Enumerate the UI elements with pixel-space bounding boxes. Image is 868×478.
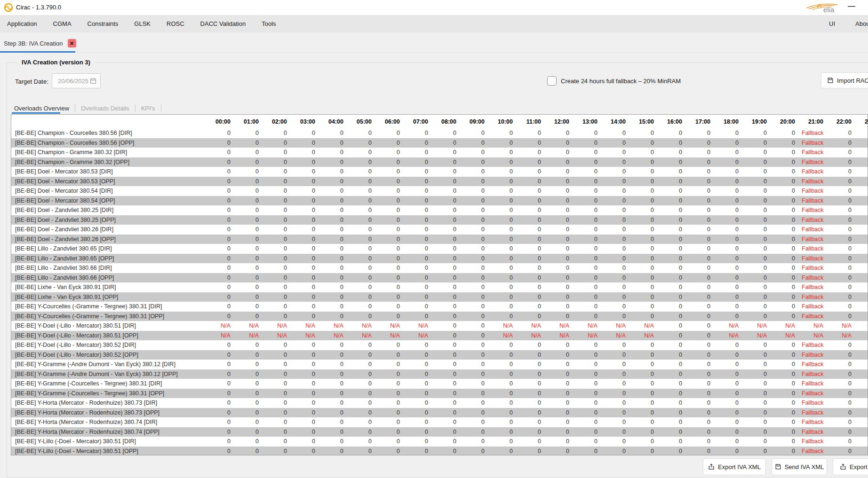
table-row[interactable]: [BE-BE] Y-Doel (-Lillo - Mercator) 380.5…: [11, 340, 868, 350]
table-row[interactable]: [BE-BE] Lillo - Zandvliet 380.66 [DIR]00…: [11, 263, 868, 273]
cell-value: 0: [604, 350, 632, 360]
row-label: [BE-BE] Doel - Mercator 380.53 [OPP]: [11, 177, 209, 187]
cell-value: 0: [237, 235, 265, 244]
table-row[interactable]: [BE-BE] Doel - Mercator 380.53 [DIR]0000…: [11, 167, 868, 177]
cell-value: 0: [237, 138, 265, 148]
minimize-button[interactable]: —: [844, 0, 860, 14]
subtab-overloads-overview[interactable]: Overloads Overview: [13, 105, 75, 112]
import-rao-button[interactable]: Import RAO: [821, 72, 868, 88]
table-row[interactable]: [BE-BE] Champion - Gramme 380.32 [DIR]00…: [11, 148, 868, 157]
table-row[interactable]: [BE-BE] Doel - Zandvliet 380.26 [OPP]000…: [11, 235, 868, 244]
cirac-application-window: { "window": { "title": "Cirac - 1.3.790.…: [0, 0, 868, 478]
cell-value: 0: [406, 398, 435, 408]
export-iva-xml-button[interactable]: Export IVA XML: [703, 458, 766, 475]
table-row[interactable]: [BE-BE] Y-Gramme (-Courcelles - Tergnee)…: [11, 389, 868, 399]
cell-value: 0: [209, 148, 237, 157]
cell-value: 0: [632, 157, 661, 167]
table-row[interactable]: [BE-BE] Y-Courcelles (-Gramme - Tergnee)…: [11, 302, 868, 312]
cell-value: 0: [491, 340, 519, 350]
cell-value: N/A: [632, 331, 661, 341]
row-label: [BE-BE] Doel - Mercator 380.53 [DIR]: [11, 167, 209, 177]
cell-value: 0: [604, 138, 632, 148]
row-label: [BE-BE] Lixhe - Van Eyck 380.91 [OPP]: [11, 292, 209, 302]
target-date-input[interactable]: 20/06/2025: [52, 73, 101, 88]
table-row[interactable]: [BE-BE] Y-Horta (Mercator - Rodenhuize) …: [11, 417, 868, 427]
table-row[interactable]: [BE-BE] Doel - Mercator 380.53 [OPP]0000…: [11, 177, 868, 187]
cell-value: 0: [463, 427, 491, 437]
cell-value: 0: [209, 128, 237, 138]
table-row[interactable]: [BE-BE] Y-Gramme (-Andre Dumont - Van Ey…: [11, 360, 868, 369]
cell-value: 0: [435, 340, 463, 350]
table-row[interactable]: [BE-BE] Doel - Zandvliet 380.25 [DIR]000…: [11, 205, 868, 215]
cell-value: 0: [548, 398, 576, 408]
table-row[interactable]: [BE-BE] Doel - Mercator 380.54 [DIR]0000…: [11, 186, 868, 196]
cell-value: Fallback: [802, 369, 830, 379]
cell-value: 0: [322, 215, 350, 225]
overloads-overview-grid[interactable]: 00:0001:0002:0003:0004:0005:0006:0007:00…: [11, 114, 868, 455]
cell-value: 0: [265, 350, 294, 360]
cell-value: 0: [378, 292, 406, 302]
table-row[interactable]: [BE-BE] Lillo - Zandvliet 380.66 [OPP]00…: [11, 273, 868, 283]
export-to-button[interactable]: Export To: [833, 458, 868, 475]
table-row[interactable]: [BE-BE] Champion - Courcelles 380.56 [OP…: [11, 138, 868, 148]
table-row[interactable]: [BE-BE] Y-Courcelles (-Gramme - Tergnee)…: [11, 312, 868, 321]
cell-value: N/A: [406, 321, 435, 331]
table-row[interactable]: [BE-BE] Lixhe - Van Eyck 380.91 [OPP]000…: [11, 292, 868, 302]
table-row[interactable]: [BE-BE] Champion - Courcelles 380.56 [DI…: [11, 128, 868, 138]
menu-cgma[interactable]: CGMA: [45, 15, 80, 32]
cell-value: 0: [773, 340, 802, 350]
cell-value: Fallback: [802, 235, 830, 244]
cell-value: 0: [773, 360, 802, 369]
table-row[interactable]: [BE-BE] Y-Gramme (-Andre Dumont - Van Ey…: [11, 369, 868, 379]
cell-value: 0: [632, 398, 661, 408]
table-row[interactable]: [BE-BE] Y-Doel (-Lillo - Mercator) 380.5…: [11, 350, 868, 360]
table-row[interactable]: [BE-BE] Lixhe - Van Eyck 380.91 [DIR]000…: [11, 282, 868, 292]
menu-glsk[interactable]: GLSK: [126, 15, 159, 32]
tab-close-icon[interactable]: ✕: [68, 39, 76, 47]
tab-step3b-iva-creation[interactable]: Step 3B: IVA Creation ✕: [0, 35, 76, 51]
table-row[interactable]: [BE-BE] Lillo - Zandvliet 380.65 [OPP]00…: [11, 254, 868, 264]
calendar-icon[interactable]: [90, 78, 96, 84]
cell-value: 0: [209, 360, 237, 369]
cell-value: 0: [830, 282, 858, 292]
cell-value: N/A: [322, 321, 350, 331]
table-row[interactable]: [BE-BE] Doel - Zandvliet 380.25 [OPP]000…: [11, 215, 868, 225]
menu-application[interactable]: Application: [7, 15, 45, 32]
table-row[interactable]: [BE-BE] Y-Horta (Mercator - Rodenhuize) …: [11, 427, 868, 437]
cell-value: 0: [576, 302, 604, 312]
table-row[interactable]: [BE-BE] Y-Lillo (-Doel - Mercator) 380.5…: [11, 437, 868, 447]
menu-dacc-validation[interactable]: DACC Validation: [192, 15, 254, 32]
cell-value: 0: [237, 254, 265, 264]
menu-about[interactable]: About: [855, 15, 868, 32]
cell-value: 0: [322, 417, 350, 427]
table-row[interactable]: [BE-BE] Doel - Zandvliet 380.26 [DIR]000…: [11, 225, 868, 235]
cell-value: 0: [717, 379, 745, 389]
subtab-overloads-details[interactable]: Overloads Details: [75, 105, 135, 112]
table-row[interactable]: [BE-BE] Y-Gramme (-Courcelles - Tergnee)…: [11, 379, 868, 389]
table-row[interactable]: [BE-BE] Y-Horta (Mercator - Rodenhuize) …: [11, 408, 868, 418]
menu-constraints[interactable]: Constraints: [80, 15, 127, 32]
table-row[interactable]: [BE-BE] Lillo - Zandvliet 380.65 [DIR]00…: [11, 244, 868, 254]
menu-tools[interactable]: Tools: [254, 15, 284, 32]
subtab-kpis[interactable]: KPI's: [135, 105, 161, 112]
menu-ui[interactable]: UI: [829, 15, 835, 32]
fallback-checkbox[interactable]: [547, 76, 557, 86]
send-iva-xml-button[interactable]: Send IVA XML: [772, 458, 827, 475]
cell-value: 0: [322, 292, 350, 302]
table-row[interactable]: [BE-BE] Y-Lillo (-Doel - Mercator) 380.5…: [11, 447, 868, 456]
cell-value: 0: [745, 389, 773, 399]
cell-value: 0: [576, 205, 604, 215]
cell-value: 0: [294, 427, 322, 437]
menu-rosc[interactable]: ROSC: [159, 15, 192, 32]
row-label: [BE-BE] Y-Doel (-Lillo - Mercator) 380.5…: [11, 331, 209, 341]
table-row[interactable]: [BE-BE] Y-Horta (Mercator - Rodenhuize) …: [11, 398, 868, 408]
cell-value: N/A: [322, 331, 350, 341]
table-row[interactable]: [BE-BE] Y-Doel (-Lillo - Mercator) 380.5…: [11, 331, 868, 341]
table-row[interactable]: [BE-BE] Y-Doel (-Lillo - Mercator) 380.5…: [11, 321, 868, 331]
cell-value: 0: [435, 138, 463, 148]
cell-value: 0: [463, 389, 491, 399]
table-row[interactable]: [BE-BE] Champion - Gramme 380.32 [OPP]00…: [11, 157, 868, 167]
table-row[interactable]: [BE-BE] Doel - Mercator 380.54 [OPP]0000…: [11, 196, 868, 206]
cell-value: 0: [463, 379, 491, 389]
cell-value: 0: [604, 340, 632, 350]
